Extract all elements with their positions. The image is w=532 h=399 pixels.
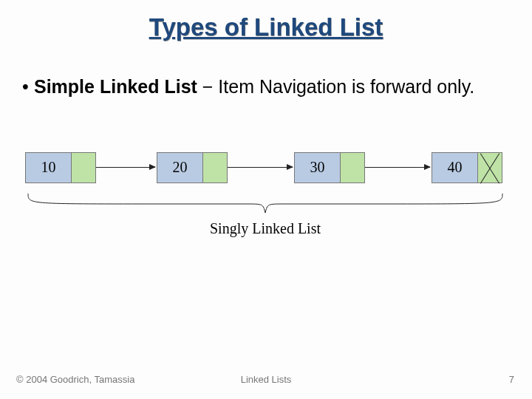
linked-list-diagram: 10 20 30 40 Singly Linked List bbox=[25, 143, 505, 232]
node-value: 40 bbox=[432, 153, 478, 183]
footer-center: Linked Lists bbox=[0, 374, 532, 385]
bullet-line: •Simple Linked List − Item Navigation is… bbox=[22, 75, 495, 99]
list-node: 30 bbox=[294, 152, 365, 183]
list-node: 10 bbox=[25, 152, 96, 183]
arrow-icon bbox=[228, 167, 293, 168]
brace-icon bbox=[25, 191, 505, 220]
slide-title: Types of Linked List bbox=[0, 13, 532, 41]
node-value: 30 bbox=[295, 153, 341, 183]
node-value: 20 bbox=[157, 153, 203, 183]
node-value: 10 bbox=[26, 153, 72, 183]
node-pointer-null-icon bbox=[478, 153, 502, 183]
bullet-strong: Simple Linked List bbox=[34, 76, 197, 97]
bullet-rest: − Item Navigation is forward only. bbox=[197, 76, 474, 97]
node-pointer bbox=[72, 153, 95, 183]
bullet-dot-icon: • bbox=[22, 75, 34, 99]
page-number: 7 bbox=[509, 374, 514, 385]
arrow-icon bbox=[365, 167, 430, 168]
slide-footer: © 2004 Goodrich, Tamassia Linked Lists 7 bbox=[0, 374, 532, 389]
list-node: 20 bbox=[157, 152, 228, 183]
node-pointer bbox=[341, 153, 364, 183]
node-pointer bbox=[203, 153, 227, 183]
diagram-caption: Singly Linked List bbox=[25, 220, 505, 237]
arrow-icon bbox=[96, 167, 155, 168]
list-node: 40 bbox=[432, 152, 502, 183]
